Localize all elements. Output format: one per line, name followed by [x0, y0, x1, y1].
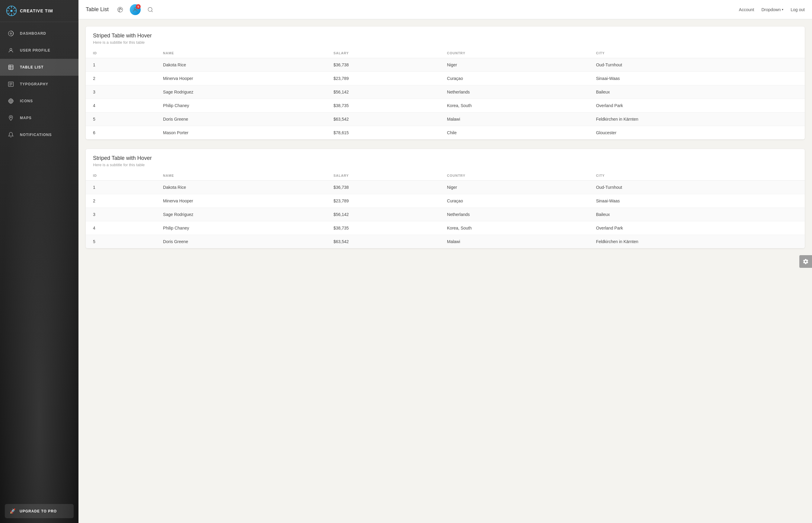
column-header: NAME: [156, 171, 326, 181]
cell-name: Doris Greene: [156, 112, 326, 126]
sidebar-item-dashboard[interactable]: DASHBOARD: [0, 25, 79, 42]
table-row[interactable]: 2Minerva Hooper$23,789CuraçaoSinaai-Waas: [86, 72, 805, 85]
sidebar-label-dashboard: DASHBOARD: [20, 31, 46, 36]
page-title: Table List: [86, 6, 109, 13]
cell-salary: $38,735: [326, 99, 440, 112]
icons-icon: [6, 96, 16, 106]
table-row[interactable]: 4Philip Chaney$38,735Korea, SouthOverlan…: [86, 221, 805, 235]
cell-salary: $63,542: [326, 235, 440, 249]
column-header: ID: [86, 48, 156, 58]
notifications-icon: [6, 130, 16, 140]
sidebar-logo[interactable]: CREATIVE TIM: [0, 0, 79, 22]
svg-point-1: [10, 10, 12, 12]
logout-link[interactable]: Log out: [791, 7, 805, 12]
notification-button[interactable]: 5: [130, 4, 141, 15]
cell-country: Curaçao: [440, 72, 589, 85]
cell-name: Dakota Rice: [156, 58, 326, 72]
cell-city: Baileux: [589, 208, 805, 221]
data-table: IDNAMESALARYCOUNTRYCITY1Dakota Rice$36,7…: [86, 171, 805, 248]
cell-country: Netherlands: [440, 208, 589, 221]
svg-point-32: [121, 9, 122, 10]
table-row[interactable]: 1Dakota Rice$36,738NigerOud-Turnhout: [86, 58, 805, 72]
cell-id: 3: [86, 85, 156, 99]
cell-city: Feldkirchen in Kärnten: [589, 235, 805, 249]
cell-salary: $38,735: [326, 221, 440, 235]
svg-line-8: [13, 7, 15, 9]
table-row[interactable]: 5Doris Greene$63,542MalawiFeldkirchen in…: [86, 235, 805, 249]
table-icon: [6, 62, 16, 72]
table-row[interactable]: 4Philip Chaney$38,735Korea, SouthOverlan…: [86, 99, 805, 112]
cell-salary: $36,738: [326, 58, 440, 72]
dropdown-link[interactable]: Dropdown ▾: [761, 7, 783, 12]
cell-id: 4: [86, 99, 156, 112]
account-link[interactable]: Account: [739, 7, 754, 12]
table-row[interactable]: 6Mason Porter$78,615ChileGloucester: [86, 126, 805, 140]
table-row[interactable]: 3Sage Rodriguez$56,142NetherlandsBaileux: [86, 85, 805, 99]
cell-name: Philip Chaney: [156, 99, 326, 112]
cell-country: Korea, South: [440, 99, 589, 112]
column-header: COUNTRY: [440, 48, 589, 58]
svg-point-12: [10, 48, 12, 50]
sidebar-label-table-list: TABLE LIST: [20, 65, 44, 69]
cell-salary: $23,789: [326, 194, 440, 208]
sidebar-item-icons[interactable]: ICONS: [0, 93, 79, 109]
svg-point-34: [148, 7, 152, 11]
cell-city: Feldkirchen in Kärnten: [589, 112, 805, 126]
cell-city: Overland Park: [589, 221, 805, 235]
logo-icon: [6, 5, 17, 16]
table-row[interactable]: 2Minerva Hooper$23,789CuraçaoSinaai-Waas: [86, 194, 805, 208]
table-row[interactable]: 1Dakota Rice$36,738NigerOud-Turnhout: [86, 181, 805, 194]
maps-icon: [6, 113, 16, 123]
sidebar-label-icons: ICONS: [20, 99, 33, 103]
sidebar-label-typography: TYPOGRAPHY: [20, 82, 48, 86]
cell-city: Oud-Turnhout: [589, 181, 805, 194]
sidebar-item-typography[interactable]: TYPOGRAPHY: [0, 76, 79, 93]
sidebar-item-notifications[interactable]: NOTIFICATIONS: [0, 126, 79, 143]
svg-line-6: [8, 7, 10, 9]
cell-country: Netherlands: [440, 85, 589, 99]
column-header: CITY: [589, 171, 805, 181]
table-row[interactable]: 5Doris Greene$63,542MalawiFeldkirchen in…: [86, 112, 805, 126]
cell-country: Niger: [440, 58, 589, 72]
search-button[interactable]: [145, 4, 156, 15]
cell-name: Minerva Hooper: [156, 194, 326, 208]
typography-icon: [6, 79, 16, 89]
cell-salary: $78,615: [326, 126, 440, 140]
palette-button[interactable]: [115, 4, 125, 15]
sidebar-label-notifications: NOTIFICATIONS: [20, 133, 52, 137]
cell-id: 1: [86, 181, 156, 194]
cell-country: Chile: [440, 126, 589, 140]
cell-city: Overland Park: [589, 99, 805, 112]
settings-fab[interactable]: [799, 255, 812, 268]
cell-name: Minerva Hooper: [156, 72, 326, 85]
cell-salary: $56,142: [326, 85, 440, 99]
upgrade-label: UPGRADE TO PRO: [20, 509, 57, 513]
cell-country: Malawi: [440, 235, 589, 249]
cell-id: 3: [86, 208, 156, 221]
column-header: SALARY: [326, 48, 440, 58]
upgrade-button[interactable]: 🚀 UPGRADE TO PRO: [5, 504, 74, 518]
cell-name: Mason Porter: [156, 126, 326, 140]
sidebar-item-user-profile[interactable]: USER PROFILE: [0, 42, 79, 59]
sidebar: CREATIVE TIM DASHBOARD USER PROFILE: [0, 0, 79, 523]
table-row[interactable]: 3Sage Rodriguez$56,142NetherlandsBaileux: [86, 208, 805, 221]
cell-salary: $23,789: [326, 72, 440, 85]
cell-name: Sage Rodriguez: [156, 208, 326, 221]
header: Table List: [79, 0, 812, 19]
cell-salary: $56,142: [326, 208, 440, 221]
sidebar-item-table-list[interactable]: TABLE LIST: [0, 59, 79, 76]
cell-city: Sinaai-Waas: [589, 72, 805, 85]
header-right: Account Dropdown ▾ Log out: [739, 7, 805, 12]
svg-point-11: [10, 33, 12, 34]
svg-line-7: [13, 13, 15, 14]
sidebar-item-maps[interactable]: MAPS: [0, 109, 79, 126]
cell-city: Baileux: [589, 85, 805, 99]
svg-point-27: [10, 100, 12, 103]
cell-id: 2: [86, 72, 156, 85]
cell-country: Niger: [440, 181, 589, 194]
cell-id: 2: [86, 194, 156, 208]
table-title: Striped Table with Hover: [93, 155, 797, 161]
logo-text: CREATIVE TIM: [20, 8, 53, 13]
cell-name: Philip Chaney: [156, 221, 326, 235]
rocket-icon: 🚀: [10, 508, 16, 514]
